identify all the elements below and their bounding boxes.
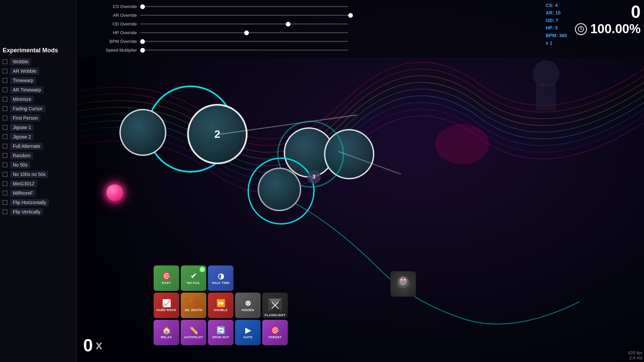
clock-icon xyxy=(578,26,584,33)
mod-item-ming3012[interactable]: MinG3012 xyxy=(3,180,73,187)
slider-track-2[interactable] xyxy=(140,23,348,24)
slider-thumb-4[interactable] xyxy=(140,39,145,44)
mod-btn-sudden-death[interactable]: 🚫 SD. DEATH xyxy=(181,293,206,318)
autopilot-icon: ✏️ xyxy=(189,326,198,335)
fps-value: 420 fps xyxy=(628,350,642,355)
mod-label-no-50s: No 50s xyxy=(10,161,30,169)
approach-circle-3 xyxy=(248,158,315,225)
mod-item-flip-v[interactable]: Flip Vertically xyxy=(3,208,73,216)
double-label: DOUBLE xyxy=(214,308,228,312)
combo-badge-3: 3 xyxy=(307,170,321,184)
mod-btn-autopilot[interactable]: ✏️ AUTOPILOT xyxy=(181,320,206,345)
slider-thumb-0[interactable] xyxy=(140,4,145,9)
svg-point-1 xyxy=(533,60,559,87)
mod-checkbox-no-50s[interactable] xyxy=(3,163,7,167)
svg-point-13 xyxy=(401,280,402,282)
mod-btn-half-time[interactable]: ◑ HALF TIME xyxy=(208,265,233,291)
mod-item-minimize[interactable]: Minimize xyxy=(3,96,73,103)
mod-item-no-50s[interactable]: No 50s xyxy=(3,161,73,169)
mod-checkbox-full-alternate[interactable] xyxy=(3,144,7,148)
sidebar: Experimental Mods WobbleAR WobbleTimewar… xyxy=(0,0,76,362)
slider-thumb-5[interactable] xyxy=(140,48,145,53)
slider-track-0[interactable] xyxy=(140,6,348,7)
svg-point-0 xyxy=(435,124,489,164)
slider-track-5[interactable] xyxy=(140,50,348,51)
mod-label-jigsaw2: Jigsaw 2 xyxy=(10,133,34,140)
slider-track-4[interactable] xyxy=(140,41,348,42)
bottom-score-value: 0 xyxy=(83,335,93,355)
mod-label-timewarp: Timewarp xyxy=(10,77,36,84)
spun-out-icon: 🔄 xyxy=(216,326,225,335)
mod-btn-flashlight[interactable]: FLASHLIGHT xyxy=(262,293,288,318)
mod-item-jigsaw2[interactable]: Jigsaw 2 xyxy=(3,133,73,140)
mod-item-full-alternate[interactable]: Full Alternate xyxy=(3,142,73,150)
mod-checkbox-minimize[interactable] xyxy=(3,97,7,102)
mod-item-timewarp[interactable]: Timewarp xyxy=(3,77,73,84)
mod-btn-relax[interactable]: 🏠 RELAX xyxy=(154,320,179,345)
mod-item-jigsaw1[interactable]: Jigsaw 1 xyxy=(3,124,73,131)
mod-checkbox-jigsaw2[interactable] xyxy=(3,134,7,139)
mod-list: WobbleAR WobbleTimewarpAR TimewarpMinimi… xyxy=(3,58,73,216)
auto-icon: ▶ xyxy=(245,326,251,335)
mod-item-wobble[interactable]: Wobble xyxy=(3,58,73,65)
easy-icon: 🎯 xyxy=(162,272,171,281)
mod-item-ar-wobble[interactable]: AR Wobble xyxy=(3,67,73,75)
mod-checkbox-timewarp[interactable] xyxy=(3,78,7,83)
mod-label-millhioref: MillhioreF xyxy=(10,189,36,197)
easy-label: EASY xyxy=(162,281,171,285)
sidebar-title: Experimental Mods xyxy=(3,47,73,54)
mod-label-jigsaw1: Jigsaw 1 xyxy=(10,124,34,131)
slider-track-1[interactable] xyxy=(140,15,348,16)
mod-btn-hidden[interactable]: ⊗ HIDDEN xyxy=(235,293,261,318)
mod-checkbox-flip-v[interactable] xyxy=(3,209,7,214)
stats-panel: CS: 4 AR: 10 OD: 7 HP: 5 BPM: 360 x 1 xyxy=(542,0,570,48)
mod-btn-no-fail[interactable]: ✔ NO FAIL xyxy=(181,265,206,291)
mod-item-random[interactable]: Random xyxy=(3,152,73,159)
autopilot-label: AUTOPILOT xyxy=(184,336,203,339)
mod-checkbox-ar-wobble[interactable] xyxy=(3,69,7,73)
mod-btn-auto[interactable]: ▶ AUTO xyxy=(235,320,261,345)
mod-btn-spun-out[interactable]: 🔄 SPUN OUT xyxy=(208,320,233,345)
mod-checkbox-flip-h[interactable] xyxy=(3,200,7,205)
slider-label-2: OD Override xyxy=(83,21,137,26)
slider-track-3[interactable] xyxy=(140,32,348,33)
slider-thumb-2[interactable] xyxy=(286,22,290,26)
mod-item-fading-cursor[interactable]: Fading Cursor xyxy=(3,105,73,112)
auto-label: AUTO xyxy=(243,336,252,339)
portrait-svg xyxy=(393,274,413,294)
accuracy-row: 100.00% xyxy=(575,22,641,36)
mod-item-millhioref[interactable]: MillhioreF xyxy=(3,189,73,197)
slider-thumb-1[interactable] xyxy=(348,13,353,18)
mod-btn-double[interactable]: ⏩ DOUBLE xyxy=(208,293,233,318)
svg-point-10 xyxy=(399,277,407,285)
relax-icon: 🏠 xyxy=(162,326,171,335)
mod-btn-easy[interactable]: 🎯 EASY xyxy=(154,265,179,291)
ar-stat: AR: 10 xyxy=(546,9,567,16)
hidden-icon: ⊗ xyxy=(245,299,251,308)
slider-label-3: HP Override xyxy=(83,30,137,35)
mod-checkbox-wobble[interactable] xyxy=(3,59,7,64)
mod-checkbox-first-person[interactable] xyxy=(3,116,7,120)
accuracy-value: 100.00% xyxy=(590,22,641,36)
mod-checkbox-millhioref[interactable] xyxy=(3,191,7,195)
od-stat: OD: 7 xyxy=(546,17,567,24)
mod-checkbox-ar-timewarp[interactable] xyxy=(3,87,7,92)
speed-stat: x 1 xyxy=(546,39,567,47)
mod-label-ar-wobble: AR Wobble xyxy=(10,67,39,75)
mod-btn-target[interactable]: 🎯 TARGET xyxy=(262,320,288,345)
hp-stat: HP: 5 xyxy=(546,24,567,32)
mod-checkbox-ming3012[interactable] xyxy=(3,181,7,186)
ms-value: 2.4 ms xyxy=(628,355,642,360)
slider-thumb-3[interactable] xyxy=(244,31,249,35)
mod-item-no-100s-50s[interactable]: No 100s no 50s xyxy=(3,171,73,178)
target-icon: 🎯 xyxy=(271,326,280,335)
mod-buttons-container: 🎯 EASY ✔ NO FAIL ◑ HALF TIME 📈 HARD ROCK… xyxy=(154,265,288,345)
mod-item-flip-h[interactable]: Flip Horizontally xyxy=(3,199,73,206)
mod-checkbox-jigsaw1[interactable] xyxy=(3,125,7,130)
mod-item-ar-timewarp[interactable]: AR Timewarp xyxy=(3,86,73,94)
mod-checkbox-no-100s-50s[interactable] xyxy=(3,172,7,177)
mod-item-first-person[interactable]: First Person xyxy=(3,114,73,122)
mod-checkbox-fading-cursor[interactable] xyxy=(3,106,7,111)
mod-btn-hard-rock[interactable]: 📈 HARD ROCK xyxy=(154,293,179,318)
mod-checkbox-random[interactable] xyxy=(3,153,7,158)
